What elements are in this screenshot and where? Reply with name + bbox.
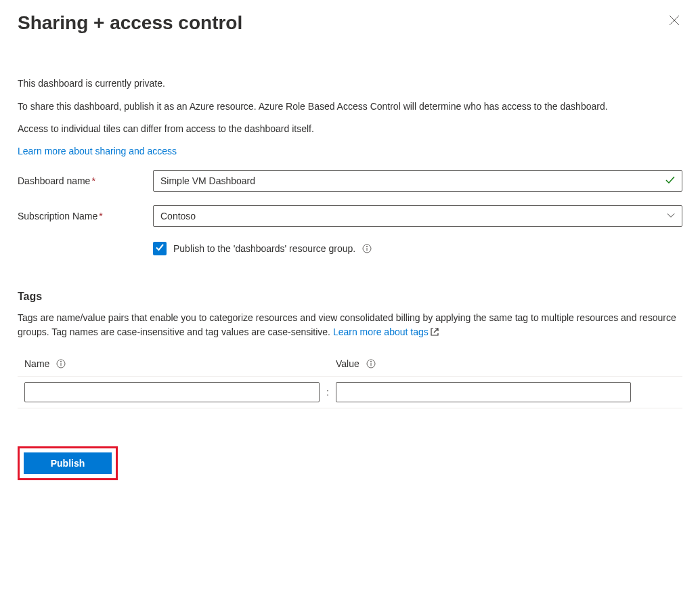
publish-button[interactable]: Publish [24, 452, 112, 474]
svg-point-8 [61, 361, 62, 362]
publish-to-rg-checkbox[interactable] [153, 242, 167, 255]
tags-table: Name Value : [18, 354, 682, 408]
svg-point-11 [370, 361, 371, 362]
tag-row: : [18, 377, 682, 408]
close-button[interactable] [666, 12, 682, 30]
tags-col-name: Name [24, 358, 49, 369]
close-icon [669, 17, 680, 28]
subscription-name-label: Subscription Name* [18, 211, 153, 221]
tag-value-input[interactable] [336, 382, 631, 402]
tiles-access-text: Access to individual tiles can differ fr… [18, 123, 682, 136]
learn-more-sharing-link[interactable]: Learn more about sharing and access [18, 146, 177, 156]
share-instruction-text: To share this dashboard, publish it as a… [18, 100, 682, 114]
dashboard-name-label: Dashboard name* [18, 175, 153, 186]
learn-more-tags-link[interactable]: Learn more about tags [333, 326, 439, 337]
external-link-icon [430, 327, 439, 337]
private-status-text: This dashboard is currently private. [18, 77, 682, 91]
required-indicator: * [91, 175, 95, 186]
dashboard-name-input[interactable] [153, 170, 682, 192]
tags-col-value: Value [336, 358, 359, 369]
info-icon[interactable] [56, 359, 66, 368]
publish-highlight-box: Publish [18, 446, 118, 480]
subscription-select[interactable]: Contoso [153, 205, 682, 227]
required-indicator: * [99, 211, 102, 221]
tags-heading: Tags [18, 291, 682, 303]
publish-to-rg-label: Publish to the 'dashboards' resource gro… [173, 243, 355, 254]
subscription-value: Contoso [160, 211, 196, 221]
svg-point-4 [367, 246, 368, 247]
tag-name-input[interactable] [24, 382, 320, 402]
info-icon[interactable] [366, 359, 376, 368]
tags-description: Tags are name/value pairs that enable yo… [18, 311, 682, 339]
page-title: Sharing + access control [18, 12, 242, 34]
chevron-down-icon [667, 211, 675, 221]
svg-line-5 [434, 328, 438, 333]
info-icon[interactable] [362, 244, 372, 253]
checkmark-icon [155, 242, 165, 254]
tag-separator: : [320, 387, 336, 398]
